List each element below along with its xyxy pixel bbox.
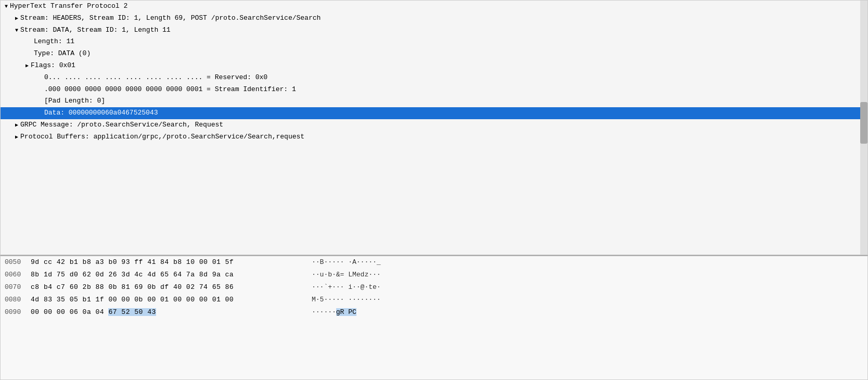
tree-item-text: Length: 11 (34, 36, 74, 47)
tree-item-text: HyperText Transfer Protocol 2 (10, 1, 127, 12)
tree-item-data-field[interactable]: Data: 00000000060a0467525043 (1, 107, 867, 119)
expand-arrow[interactable] (15, 132, 20, 143)
hex-ascii-before: ······ (312, 308, 336, 316)
hex-bytes: c8 b4 c7 60 2b 88 0b 81 69 0b df 40 02 7… (31, 282, 301, 293)
tree-item-length[interactable]: Length: 11 (1, 36, 867, 48)
tree-item-text: Data: 00000000060a0467525043 (44, 108, 158, 119)
hex-ascii: ···`+··· i··@·te· (301, 282, 863, 293)
hex-ascii-highlight: gR PC (336, 308, 356, 316)
tree-item-text: Stream: HEADERS, Stream ID: 1, Length 69… (20, 13, 321, 24)
tree-item-stream-data[interactable]: Stream: DATA, Stream ID: 1, Length 11 (1, 24, 867, 36)
tree-item-text: Stream: DATA, Stream ID: 1, Length 11 (20, 25, 171, 36)
hex-row[interactable]: 00608b 1d 75 d0 62 0d 26 3d 4c 4d 65 64 … (1, 269, 867, 281)
tree-item-reserved[interactable]: 0... .... .... .... .... .... .... .... … (1, 72, 867, 84)
scrollbar-thumb[interactable] (860, 102, 867, 144)
tree-item-type[interactable]: Type: DATA (0) (1, 48, 867, 60)
collapse-arrow[interactable] (5, 1, 10, 12)
hex-offset: 0070 (5, 282, 31, 293)
tree-item-stream-headers[interactable]: Stream: HEADERS, Stream ID: 1, Length 69… (1, 12, 867, 24)
hex-offset: 0050 (5, 257, 31, 268)
tree-item-grpc-message[interactable]: GRPC Message: /proto.SearchService/Searc… (1, 119, 867, 131)
tree-item-protocol-buffers[interactable]: Protocol Buffers: application/grpc,/prot… (1, 131, 867, 143)
expand-arrow[interactable] (25, 60, 31, 71)
hex-ascii: ··B····· ·A·····_ (301, 257, 863, 268)
expand-arrow[interactable] (15, 120, 20, 131)
tree-item-text: Flags: 0x01 (31, 60, 75, 71)
tree-item-text: GRPC Message: /proto.SearchService/Searc… (20, 120, 223, 131)
expand-arrow[interactable] (15, 13, 20, 24)
hex-row[interactable]: 00509d cc 42 b1 b8 a3 b0 93 ff 41 84 b8 … (1, 256, 867, 269)
hex-ascii: ······gR PC (301, 307, 863, 318)
tree-item-flags[interactable]: Flags: 0x01 (1, 60, 867, 72)
hex-bytes: 8b 1d 75 d0 62 0d 26 3d 4c 4d 65 64 7a 8… (31, 269, 301, 281)
hex-row[interactable]: 0070c8 b4 c7 60 2b 88 0b 81 69 0b df 40 … (1, 281, 867, 294)
hex-bytes-highlight: 67 52 50 43 (108, 308, 156, 316)
tree-item-text: [Pad Length: 0] (44, 96, 105, 107)
hex-bytes-before: 00 00 00 06 0a 04 (31, 308, 108, 316)
protocol-tree-panel: HyperText Transfer Protocol 2Stream: HEA… (0, 0, 868, 255)
scrollbar[interactable] (860, 1, 867, 255)
hex-bytes: 4d 83 35 05 b1 1f 00 00 0b 00 01 00 00 0… (31, 294, 301, 306)
hex-ascii: ··u·b·&= LMedz··· (301, 269, 863, 281)
hex-bytes: 9d cc 42 b1 b8 a3 b0 93 ff 41 84 b8 10 0… (31, 257, 301, 268)
hex-ascii: M·5····· ········ (301, 294, 863, 306)
hex-row[interactable]: 009000 00 00 06 0a 04 67 52 50 43······g… (1, 306, 867, 319)
tree-item-text: Type: DATA (0) (34, 48, 91, 59)
tree-item-text: 0... .... .... .... .... .... .... .... … (44, 72, 267, 83)
hex-offset: 0080 (5, 294, 31, 306)
hex-bytes: 00 00 00 06 0a 04 67 52 50 43 (31, 307, 301, 318)
tree-item-http2-root[interactable]: HyperText Transfer Protocol 2 (1, 1, 867, 12)
tree-item-text: .000 0000 0000 0000 0000 0000 0000 0001 … (44, 84, 296, 95)
tree-item-pad-length[interactable]: [Pad Length: 0] (1, 95, 867, 107)
hex-offset: 0060 (5, 269, 31, 281)
hex-dump-panel: 00509d cc 42 b1 b8 a3 b0 93 ff 41 84 b8 … (0, 255, 868, 380)
collapse-arrow[interactable] (15, 25, 20, 36)
hex-row[interactable]: 00804d 83 35 05 b1 1f 00 00 0b 00 01 00 … (1, 294, 867, 306)
hex-offset: 0090 (5, 307, 31, 318)
tree-item-stream-identifier[interactable]: .000 0000 0000 0000 0000 0000 0000 0001 … (1, 84, 867, 96)
tree-item-text: Protocol Buffers: application/grpc,/prot… (20, 132, 304, 143)
